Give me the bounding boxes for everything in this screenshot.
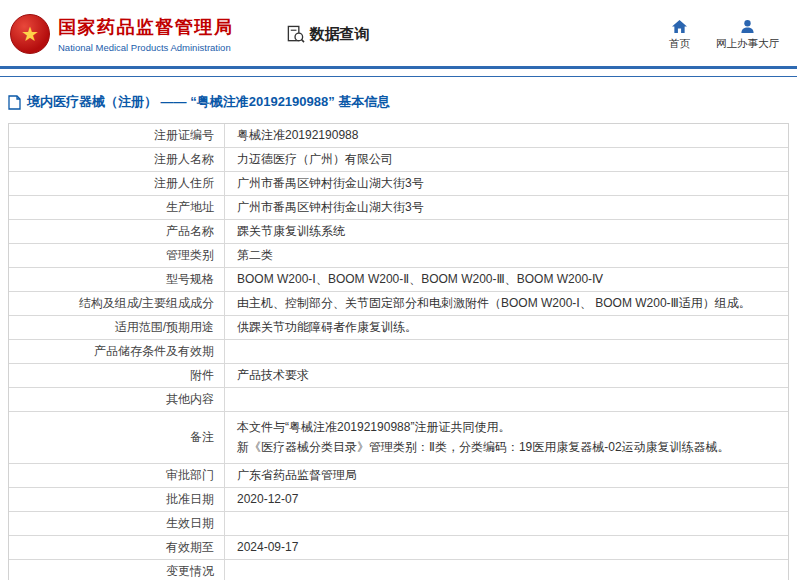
home-icon — [672, 18, 687, 34]
field-value: 由主机、控制部分、关节固定部分和电刺激附件（BOOM W200-Ⅰ、 BOOM … — [225, 292, 788, 315]
header-rule-thick — [0, 66, 797, 69]
field-value: BOOM W200-Ⅰ、BOOM W200-Ⅱ、BOOM W200-Ⅲ、BOOM… — [225, 268, 788, 291]
field-value — [225, 560, 788, 580]
breadcrumb-text: 境内医疗器械（注册） —— “粤械注准20192190988” 基本信息 — [27, 93, 390, 111]
field-label: 结构及组成/主要组成成分 — [9, 292, 225, 315]
header-rule-thin — [0, 76, 797, 77]
field-label: 生产地址 — [9, 196, 225, 219]
table-row: 有效期至2024-09-17 — [9, 535, 788, 559]
field-label: 注册人住所 — [9, 172, 225, 195]
field-label: 附件 — [9, 364, 225, 387]
field-label: 注册证编号 — [9, 124, 225, 147]
table-row: 生效日期 — [9, 511, 788, 535]
field-value: 踝关节康复训练系统 — [225, 220, 788, 243]
data-query-label: 数据查询 — [310, 25, 370, 44]
field-label: 适用范围/预期用途 — [9, 316, 225, 339]
table-row: 生产地址广州市番禺区钟村街金山湖大街3号 — [9, 195, 788, 219]
field-value: 广州市番禺区钟村街金山湖大街3号 — [225, 196, 788, 219]
field-label: 产品名称 — [9, 220, 225, 243]
table-row: 管理类别第二类 — [9, 243, 788, 267]
field-label: 产品储存条件及有效期 — [9, 340, 225, 363]
agency-name-cn: 国家药品监督管理局 — [58, 15, 234, 39]
field-value: 粤械注准20192190988 — [225, 124, 788, 147]
table-row: 结构及组成/主要组成成分由主机、控制部分、关节固定部分和电刺激附件（BOOM W… — [9, 291, 788, 315]
table-row: 适用范围/预期用途供踝关节功能障碍者作康复训练。 — [9, 315, 788, 339]
table-row: 产品名称踝关节康复训练系统 — [9, 219, 788, 243]
field-value: 2024-09-17 — [225, 536, 788, 559]
field-value: 本文件与“粤械注准20192190988”注册证共同使用。 新《医疗器械分类目录… — [225, 412, 788, 463]
field-value: 力迈德医疗（广州）有限公司 — [225, 148, 788, 171]
table-row: 附件产品技术要求 — [9, 363, 788, 387]
field-label: 备注 — [9, 412, 225, 463]
home-link[interactable]: 首页 — [669, 18, 690, 51]
field-label: 型号规格 — [9, 268, 225, 291]
brand-text: 国家药品监督管理局 National Medical Products Admi… — [58, 15, 234, 53]
info-table: 注册证编号粤械注准20192190988注册人名称力迈德医疗（广州）有限公司注册… — [8, 123, 789, 580]
table-row: 注册证编号粤械注准20192190988 — [9, 124, 788, 147]
field-label: 生效日期 — [9, 512, 225, 535]
table-row: 产品储存条件及有效期 — [9, 339, 788, 363]
document-icon — [8, 95, 21, 110]
table-row: 型号规格BOOM W200-Ⅰ、BOOM W200-Ⅱ、BOOM W200-Ⅲ、… — [9, 267, 788, 291]
field-value: 2020-12-07 — [225, 488, 788, 511]
doc-search-icon — [286, 25, 305, 44]
table-row: 审批部门广东省药品监督管理局 — [9, 463, 788, 487]
field-value: 供踝关节功能障碍者作康复训练。 — [225, 316, 788, 339]
field-value: 产品技术要求 — [225, 364, 788, 387]
field-value — [225, 388, 788, 411]
table-row: 批准日期2020-12-07 — [9, 487, 788, 511]
home-link-label: 首页 — [669, 37, 690, 51]
field-label: 有效期至 — [9, 536, 225, 559]
national-emblem-icon: ★ — [10, 14, 50, 54]
field-value: 广东省药品监督管理局 — [225, 464, 788, 487]
table-row: 备注本文件与“粤械注准20192190988”注册证共同使用。 新《医疗器械分类… — [9, 411, 788, 463]
field-label: 批准日期 — [9, 488, 225, 511]
agency-name-en: National Medical Products Administration — [58, 42, 234, 53]
site-header: ★ 国家药品监督管理局 National Medical Products Ad… — [0, 0, 797, 66]
service-hall-link[interactable]: 网上办事大厅 — [716, 18, 779, 51]
field-label: 变更情况 — [9, 560, 225, 580]
field-value: 广州市番禺区钟村街金山湖大街3号 — [225, 172, 788, 195]
field-label: 其他内容 — [9, 388, 225, 411]
breadcrumb: 境内医疗器械（注册） —— “粤械注准20192190988” 基本信息 — [8, 93, 789, 111]
field-label: 审批部门 — [9, 464, 225, 487]
field-value — [225, 340, 788, 363]
field-value: 第二类 — [225, 244, 788, 267]
table-row: 其他内容 — [9, 387, 788, 411]
service-hall-label: 网上办事大厅 — [716, 37, 779, 51]
field-label: 管理类别 — [9, 244, 225, 267]
user-icon — [740, 18, 755, 34]
table-row: 变更情况 — [9, 559, 788, 580]
table-row: 注册人名称力迈德医疗（广州）有限公司 — [9, 147, 788, 171]
data-query-nav[interactable]: 数据查询 — [286, 25, 370, 44]
table-row: 注册人住所广州市番禺区钟村街金山湖大街3号 — [9, 171, 788, 195]
brand-block: ★ 国家药品监督管理局 National Medical Products Ad… — [10, 14, 234, 54]
info-table-body: 注册证编号粤械注准20192190988注册人名称力迈德医疗（广州）有限公司注册… — [9, 124, 788, 580]
field-value — [225, 512, 788, 535]
field-label: 注册人名称 — [9, 148, 225, 171]
top-links: 首页 网上办事大厅 — [669, 18, 779, 51]
